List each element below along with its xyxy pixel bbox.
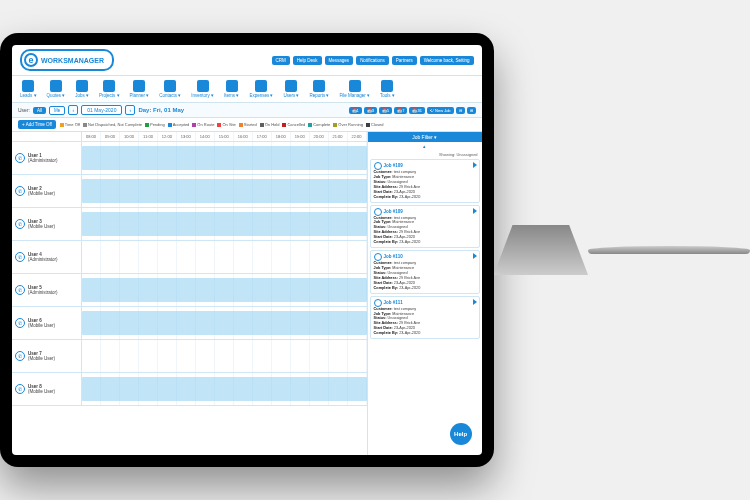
legend-over-running[interactable]: Over Running	[333, 122, 363, 127]
status-legend: Time OffNot Dispatched, Not CompletePend…	[60, 122, 384, 127]
time-slots[interactable]	[82, 142, 367, 174]
nav-label: Projects ▾	[99, 93, 120, 98]
nav-contacts[interactable]: Contacts ▾	[159, 80, 181, 98]
schedule-bar[interactable]	[82, 146, 367, 170]
user-cell[interactable]: ✆User 6(Mobile User)	[12, 307, 82, 339]
top-links: CRMHelp DeskMessagesNotificationsPartner…	[272, 56, 474, 65]
nav-inventory[interactable]: Inventory ▾	[191, 80, 214, 98]
play-icon[interactable]	[473, 162, 477, 168]
legend-closed[interactable]: Closed	[366, 122, 383, 127]
panel-scroll-down[interactable]: ▾	[368, 452, 482, 455]
legend-started[interactable]: Started	[239, 122, 257, 127]
clock-icon	[374, 208, 382, 216]
nav-tools[interactable]: Tools ▾	[380, 80, 395, 98]
panel-scroll-up[interactable]: ▴	[368, 142, 482, 150]
user-filter-all[interactable]: All	[33, 107, 46, 114]
nav-projects[interactable]: Projects ▾	[99, 80, 120, 98]
date-prev-button[interactable]: ‹	[68, 105, 78, 115]
user-cell[interactable]: ✆User 4(Administrator)	[12, 241, 82, 273]
nav-label: Jobs ▾	[75, 93, 89, 98]
time-header: 08:0009:0010:0011:0012:0013:0014:0015:00…	[12, 132, 367, 142]
schedule-bar[interactable]	[82, 278, 367, 302]
legend-accepted[interactable]: Accepted	[168, 122, 190, 127]
planner-row: ✆User 8(Mobile User)	[12, 373, 367, 406]
nav-planner[interactable]: Planner ▾	[130, 80, 150, 98]
job-card[interactable]: Job #110Customer: test companyJob Type: …	[370, 250, 480, 294]
job-filter-header[interactable]: Job Filter ▾	[368, 132, 482, 142]
logo-text: WORKSMANAGER	[41, 57, 104, 64]
job-cards: Job #109Customer: test companyJob Type: …	[368, 159, 482, 452]
nav-users[interactable]: Users ▾	[283, 80, 299, 98]
schedule-bar[interactable]	[82, 311, 367, 335]
legend-on-hold[interactable]: On Hold	[260, 122, 280, 127]
play-icon[interactable]	[473, 208, 477, 214]
play-icon[interactable]	[473, 253, 477, 259]
time-slots[interactable]	[82, 340, 367, 372]
zoom-in-button[interactable]: ⊞	[467, 107, 476, 114]
nav-leads[interactable]: Leads ▾	[20, 80, 37, 98]
legend-time-off[interactable]: Time Off	[60, 122, 80, 127]
legend-cancelled[interactable]: Cancelled	[282, 122, 305, 127]
planner-rows: ✆User 1(Administrator)✆User 2(Mobile Use…	[12, 142, 367, 406]
legend-complete[interactable]: Complete	[308, 122, 330, 127]
view-7[interactable]: 📅7	[394, 107, 407, 114]
top-link-1[interactable]: Help Desk	[293, 56, 322, 65]
date-picker-button[interactable]: 01 May-2020	[81, 105, 122, 115]
view-3[interactable]: 📅3	[364, 107, 377, 114]
add-timeoff-button[interactable]: + Add Time Off	[18, 120, 56, 129]
user-column-header	[12, 132, 82, 141]
nav-label: Contacts ▾	[159, 93, 181, 98]
time-slots[interactable]	[82, 274, 367, 306]
user-cell[interactable]: ✆User 8(Mobile User)	[12, 373, 82, 405]
job-card[interactable]: Job #111Customer: test companyJob Type: …	[370, 296, 480, 340]
time-header-cell: 21:00	[329, 132, 348, 141]
new-job-button[interactable]: ⏱ New Job	[427, 107, 454, 114]
top-link-0[interactable]: CRM	[272, 56, 290, 65]
user-cell[interactable]: ✆User 5(Administrator)	[12, 274, 82, 306]
tools-icon	[381, 80, 393, 92]
user-filter-me[interactable]: Me	[49, 106, 65, 115]
app-logo[interactable]: e WORKSMANAGER	[20, 49, 114, 71]
legend-on-site[interactable]: On Site	[217, 122, 235, 127]
nav-label: File Manager ▾	[339, 93, 370, 98]
time-slots[interactable]	[82, 241, 367, 273]
view-5[interactable]: 📅5	[379, 107, 392, 114]
view-1[interactable]: 📅1	[349, 107, 362, 114]
top-link-5[interactable]: Welcome back, Setting	[420, 56, 474, 65]
view-31[interactable]: 📅31	[409, 107, 424, 114]
job-card[interactable]: Job #109Customer: test companyJob Type: …	[370, 205, 480, 249]
user-cell[interactable]: ✆User 3(Mobile User)	[12, 208, 82, 240]
legend-pending[interactable]: Pending	[145, 122, 165, 127]
screen: e WORKSMANAGER CRMHelp DeskMessagesNotif…	[12, 45, 482, 455]
legend-color-icon	[60, 123, 64, 127]
date-next-button[interactable]: ›	[125, 105, 135, 115]
expenses-icon	[255, 80, 267, 92]
zoom-out-button[interactable]: ⊟	[456, 107, 465, 114]
schedule-bar[interactable]	[82, 377, 367, 401]
play-icon[interactable]	[473, 299, 477, 305]
help-button[interactable]: Help	[450, 423, 472, 445]
user-cell[interactable]: ✆User 2(Mobile User)	[12, 175, 82, 207]
user-cell[interactable]: ✆User 1(Administrator)	[12, 142, 82, 174]
nav-expenses[interactable]: Expenses ▾	[249, 80, 273, 98]
nav-file-manager[interactable]: File Manager ▾	[339, 80, 370, 98]
user-cell[interactable]: ✆User 7(Mobile User)	[12, 340, 82, 372]
legend-on-route[interactable]: On Route	[192, 122, 214, 127]
time-header-cell: 08:00	[82, 132, 101, 141]
nav-reports[interactable]: Reports ▾	[309, 80, 329, 98]
legend-not-dispatched-not-complete[interactable]: Not Dispatched, Not Complete	[83, 122, 142, 127]
nav-jobs[interactable]: Jobs ▾	[75, 80, 89, 98]
schedule-bar[interactable]	[82, 179, 367, 203]
job-card[interactable]: Job #109Customer: test companyJob Type: …	[370, 159, 480, 203]
planner-row: ✆User 1(Administrator)	[12, 142, 367, 175]
top-link-2[interactable]: Messages	[325, 56, 354, 65]
time-slots[interactable]	[82, 307, 367, 339]
time-slots[interactable]	[82, 175, 367, 207]
top-link-4[interactable]: Partners	[392, 56, 417, 65]
time-slots[interactable]	[82, 373, 367, 405]
time-slots[interactable]	[82, 208, 367, 240]
schedule-bar[interactable]	[82, 212, 367, 236]
top-link-3[interactable]: Notifications	[356, 56, 389, 65]
nav-quotes[interactable]: Quotes ▾	[47, 80, 66, 98]
nav-items[interactable]: Items ▾	[224, 80, 239, 98]
